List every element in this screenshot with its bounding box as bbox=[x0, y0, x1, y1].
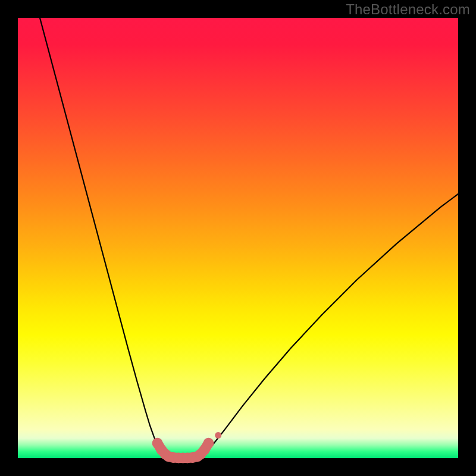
plot-area bbox=[18, 18, 458, 458]
bottleneck-curve bbox=[40, 18, 458, 458]
chart-overlay bbox=[18, 18, 458, 458]
watermark-label: TheBottleneck.com bbox=[346, 1, 470, 18]
marker-group bbox=[152, 438, 214, 464]
extra-marker bbox=[215, 432, 221, 439]
marker-dot bbox=[203, 438, 214, 449]
chart-frame: TheBottleneck.com bbox=[0, 0, 476, 476]
